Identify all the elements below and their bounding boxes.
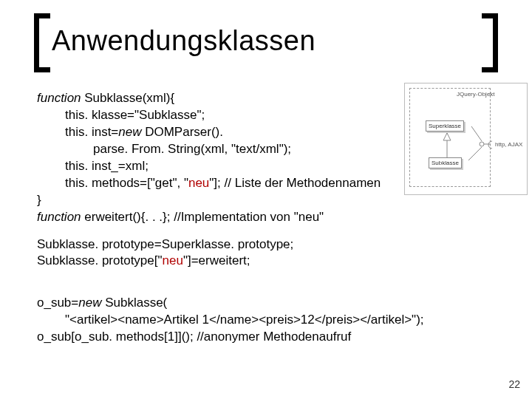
highlight-neu: neu [163, 253, 183, 267]
svg-line-4 [471, 126, 482, 141]
code-line: "<artikel><name>Artikel 1</name><preis>1… [37, 312, 466, 329]
svg-marker-1 [443, 133, 451, 140]
code-line: function erweitert(){. . .}; //Implement… [37, 209, 466, 226]
code-line: Subklasse. prototype["neu"]=erweitert; [37, 253, 466, 270]
code-line: parse. From. String(xml, "text/xml"); [37, 141, 466, 158]
title-frame: Anwendungsklassen [34, 13, 498, 72]
bracket-right-icon [482, 13, 498, 72]
code-line: this. methods=["get", "neu"]; // Liste d… [37, 175, 466, 192]
bracket-left-icon [34, 13, 50, 72]
keyword-function: function [37, 91, 81, 105]
code-line: this. klasse="Subklasse"; [37, 107, 466, 124]
highlight-neu: neu [188, 176, 209, 190]
code-line: o_sub[o_sub. methods[1]](); //anonymer M… [37, 329, 466, 346]
diagram-connectors-icon [405, 83, 527, 194]
svg-point-2 [480, 142, 484, 146]
code-line: Subklasse. prototype=Superklasse. protot… [37, 236, 466, 253]
svg-line-5 [468, 147, 482, 160]
keyword-new: new [118, 125, 141, 139]
code-line: function Subklasse(xml){ [37, 90, 466, 107]
keyword-function: function [37, 210, 81, 224]
slide: Anwendungsklassen function Subklasse(xml… [0, 0, 532, 399]
code-line: } [37, 192, 466, 209]
page-number: 22 [508, 378, 520, 390]
code-block: function Subklasse(xml){ this. klasse="S… [37, 90, 466, 346]
uml-diagram: JQuery-Objekt Superklasse Subklasse http… [404, 83, 528, 195]
keyword-new: new [78, 296, 101, 310]
code-line: this. inst_=xml; [37, 158, 466, 175]
code-line: o_sub=new Subklasse( [37, 295, 466, 312]
code-line: this. inst=new DOMParser(). [37, 124, 466, 141]
slide-title: Anwendungsklassen [52, 25, 316, 57]
